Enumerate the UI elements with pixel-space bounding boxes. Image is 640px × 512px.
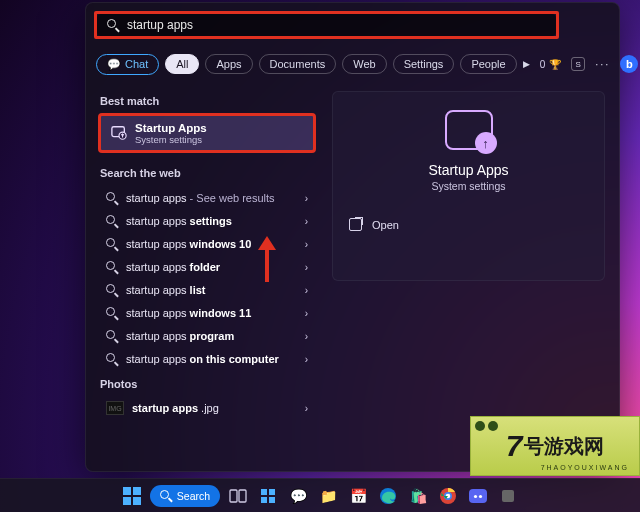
best-match-text: Startup Apps System settings xyxy=(135,122,207,145)
svg-rect-17 xyxy=(502,490,514,502)
taskbar-search-label: Search xyxy=(177,490,210,502)
rewards-counter[interactable]: 0 🏆 xyxy=(540,59,562,70)
search-icon xyxy=(106,353,118,365)
filter-documents-label: Documents xyxy=(270,58,326,70)
photo-result-base: startup apps xyxy=(132,402,198,414)
watermark-number: 7 xyxy=(506,429,523,463)
filter-people[interactable]: People xyxy=(460,54,516,74)
account-button[interactable]: S xyxy=(571,57,585,71)
detail-app-icon: ↑ xyxy=(445,110,493,150)
watermark-text: 号游戏网 xyxy=(524,433,604,460)
trophy-icon: 🏆 xyxy=(549,59,561,70)
chevron-right-icon: › xyxy=(305,216,308,227)
filter-chat-label: Chat xyxy=(125,58,148,70)
search-icon xyxy=(106,330,118,342)
svg-rect-8 xyxy=(261,497,267,503)
web-result-5[interactable]: startup apps windows 11› xyxy=(98,302,316,324)
web-result-6[interactable]: startup apps program› xyxy=(98,325,316,347)
svg-rect-5 xyxy=(239,490,246,502)
taskbar-app-chat[interactable]: 💬 xyxy=(286,484,310,508)
chevron-right-icon: › xyxy=(305,239,308,250)
search-input[interactable]: startup apps xyxy=(97,14,556,36)
taskbar-search-button[interactable]: Search xyxy=(150,485,220,507)
web-result-1[interactable]: startup apps settings› xyxy=(98,210,316,232)
section-photos: Photos xyxy=(100,378,316,390)
svg-marker-3 xyxy=(258,236,276,250)
open-icon xyxy=(349,218,362,231)
annotation-arrow-icon xyxy=(256,236,278,284)
taskbar-app-calendar[interactable]: 📅 xyxy=(346,484,370,508)
web-results-list: startup apps - See web results›startup a… xyxy=(98,187,316,370)
web-result-text: startup apps program xyxy=(126,330,297,342)
best-match-title: Startup Apps xyxy=(135,122,207,134)
taskbar-app-edge[interactable] xyxy=(376,484,400,508)
svg-point-16 xyxy=(479,494,482,497)
rewards-count: 0 xyxy=(540,59,546,70)
detail-open-action[interactable]: Open xyxy=(349,218,399,231)
chevron-right-icon: › xyxy=(305,403,308,414)
filter-apps-label: Apps xyxy=(216,58,241,70)
detail-title: Startup Apps xyxy=(428,162,508,178)
svg-rect-7 xyxy=(269,489,275,495)
start-search-panel: startup apps 💬 Chat All Apps Documents W… xyxy=(85,2,620,472)
chevron-right-icon: › xyxy=(305,262,308,273)
web-result-2[interactable]: startup apps windows 10› xyxy=(98,233,316,255)
photo-thumb-icon: IMG xyxy=(106,401,124,415)
filter-all[interactable]: All xyxy=(165,54,199,74)
watermark-url: 7HAOYOUXIWANG xyxy=(541,464,629,471)
filter-all-label: All xyxy=(176,58,188,70)
search-icon xyxy=(106,284,118,296)
filter-settings[interactable]: Settings xyxy=(393,54,455,74)
more-icon[interactable]: ··· xyxy=(595,58,610,70)
chevron-right-icon: › xyxy=(305,193,308,204)
chevron-right-icon: › xyxy=(305,285,308,296)
filter-documents[interactable]: Documents xyxy=(259,54,337,74)
svg-rect-6 xyxy=(261,489,267,495)
start-button[interactable] xyxy=(120,484,144,508)
desktop-background: startup apps 💬 Chat All Apps Documents W… xyxy=(0,0,640,512)
taskbar-app-explorer[interactable]: 📁 xyxy=(316,484,340,508)
filter-apps[interactable]: Apps xyxy=(205,54,252,74)
taskbar: Search 💬 📁 📅 🛍️ xyxy=(0,478,640,512)
filter-chat[interactable]: 💬 Chat xyxy=(96,54,159,75)
filter-right-controls: ▶ 0 🏆 S ··· b xyxy=(523,55,639,73)
web-result-3[interactable]: startup apps folder› xyxy=(98,256,316,278)
web-result-7[interactable]: startup apps on this computer› xyxy=(98,348,316,370)
photo-result[interactable]: IMG startup apps .jpg › xyxy=(98,396,316,420)
taskbar-app-discord[interactable] xyxy=(466,484,490,508)
filter-web-label: Web xyxy=(353,58,375,70)
taskbar-app-chrome[interactable] xyxy=(436,484,460,508)
photo-result-ext: .jpg xyxy=(198,402,219,414)
filter-row: 💬 Chat All Apps Documents Web Settings P… xyxy=(96,51,609,77)
web-result-text: startup apps windows 11 xyxy=(126,307,297,319)
search-icon xyxy=(106,215,118,227)
task-view-button[interactable] xyxy=(226,484,250,508)
search-icon xyxy=(106,238,118,250)
filter-people-label: People xyxy=(471,58,505,70)
play-icon[interactable]: ▶ xyxy=(523,59,530,69)
taskbar-app-generic[interactable] xyxy=(496,484,520,508)
startup-apps-icon xyxy=(111,125,127,141)
search-icon xyxy=(160,490,172,502)
web-result-4[interactable]: startup apps list› xyxy=(98,279,316,301)
account-initial: S xyxy=(576,60,581,69)
widgets-button[interactable] xyxy=(256,484,280,508)
detail-pane: ↑ Startup Apps System settings Open xyxy=(332,91,605,281)
svg-rect-4 xyxy=(230,490,237,502)
taskbar-app-store[interactable]: 🛍️ xyxy=(406,484,430,508)
best-match-result[interactable]: Startup Apps System settings xyxy=(98,113,316,153)
chevron-right-icon: › xyxy=(305,308,308,319)
chevron-right-icon: › xyxy=(305,354,308,365)
svg-rect-14 xyxy=(469,489,487,503)
search-icon xyxy=(107,19,119,31)
svg-point-15 xyxy=(474,494,477,497)
svg-rect-9 xyxy=(269,497,275,503)
web-result-text: startup apps settings xyxy=(126,215,297,227)
photo-result-text: startup apps .jpg xyxy=(132,402,297,414)
web-result-text: startup apps - See web results xyxy=(126,192,297,204)
chevron-right-icon: › xyxy=(305,331,308,342)
bing-icon[interactable]: b xyxy=(620,55,638,73)
filter-web[interactable]: Web xyxy=(342,54,386,74)
web-result-0[interactable]: startup apps - See web results› xyxy=(98,187,316,209)
detail-subtitle: System settings xyxy=(431,180,505,192)
